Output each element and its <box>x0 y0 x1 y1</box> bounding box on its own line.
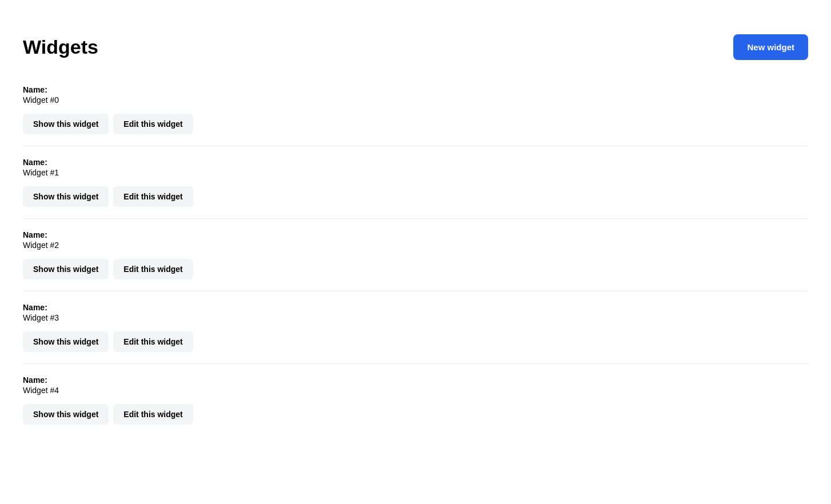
widget-list: Name:Widget #0Show this widgetEdit this … <box>23 74 808 436</box>
widget-actions: Show this widgetEdit this widget <box>23 404 808 425</box>
widget-actions: Show this widgetEdit this widget <box>23 186 808 207</box>
edit-widget-button[interactable]: Edit this widget <box>113 259 193 279</box>
widget-actions: Show this widgetEdit this widget <box>23 114 808 134</box>
show-widget-button[interactable]: Show this widget <box>23 114 109 134</box>
widget-name-label: Name: <box>23 375 808 385</box>
widget-actions: Show this widgetEdit this widget <box>23 331 808 352</box>
show-widget-button[interactable]: Show this widget <box>23 186 109 207</box>
widget-item: Name:Widget #0Show this widgetEdit this … <box>23 74 808 146</box>
edit-widget-button[interactable]: Edit this widget <box>113 114 193 134</box>
widget-name-value: Widget #3 <box>23 313 808 322</box>
widget-name-label: Name: <box>23 158 808 167</box>
show-widget-button[interactable]: Show this widget <box>23 331 109 352</box>
page-header: Widgets New widget <box>23 34 808 60</box>
widget-name-label: Name: <box>23 230 808 239</box>
edit-widget-button[interactable]: Edit this widget <box>113 404 193 425</box>
widget-item: Name:Widget #1Show this widgetEdit this … <box>23 146 808 219</box>
edit-widget-button[interactable]: Edit this widget <box>113 331 193 352</box>
widget-name-label: Name: <box>23 303 808 312</box>
widget-name-label: Name: <box>23 85 808 94</box>
widget-name-value: Widget #2 <box>23 241 808 250</box>
show-widget-button[interactable]: Show this widget <box>23 259 109 279</box>
new-widget-button[interactable]: New widget <box>733 34 808 60</box>
edit-widget-button[interactable]: Edit this widget <box>113 186 193 207</box>
page-container: Widgets New widget Name:Widget #0Show th… <box>0 0 831 459</box>
page-title: Widgets <box>23 36 98 58</box>
widget-name-value: Widget #1 <box>23 168 808 177</box>
show-widget-button[interactable]: Show this widget <box>23 404 109 425</box>
widget-item: Name:Widget #4Show this widgetEdit this … <box>23 364 808 436</box>
widget-item: Name:Widget #2Show this widgetEdit this … <box>23 219 808 291</box>
widget-actions: Show this widgetEdit this widget <box>23 259 808 279</box>
widget-name-value: Widget #0 <box>23 95 808 105</box>
widget-name-value: Widget #4 <box>23 386 808 395</box>
widget-item: Name:Widget #3Show this widgetEdit this … <box>23 291 808 364</box>
